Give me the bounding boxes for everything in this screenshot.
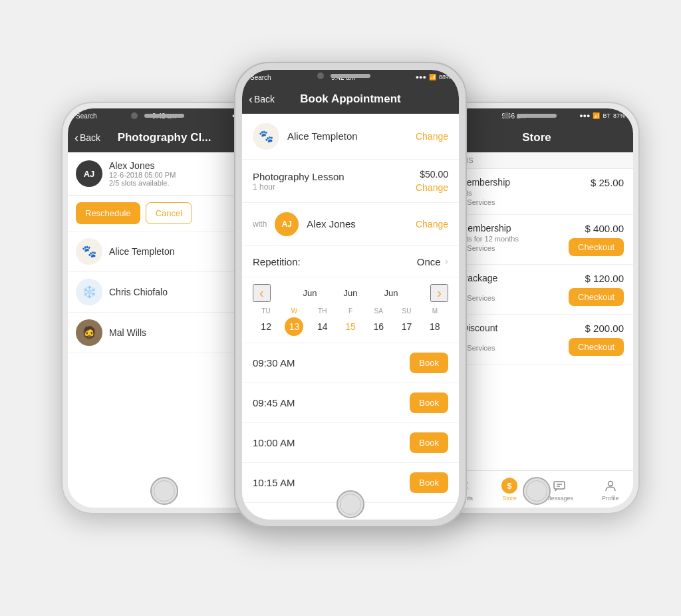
cal-day-17[interactable]: 17 — [398, 317, 416, 336]
phone-home-left[interactable] — [150, 477, 178, 505]
chevron-left-icon: ‹ — [74, 132, 78, 144]
provider-section: with AJ Alex Jones Change — [242, 203, 459, 246]
phone-home-right[interactable] — [523, 477, 551, 505]
back-label-center: Back — [254, 94, 275, 104]
cal-day-name: F — [337, 306, 364, 316]
service-info: Photography Lesson 1 hour — [253, 171, 408, 192]
svg-point-7 — [608, 481, 613, 486]
phone-center: Search 9:42 am ●●● 📶 88% ‹ Back — [234, 62, 467, 528]
phone-camera-center — [317, 73, 324, 79]
checkout-button-2[interactable]: Checkout — [569, 238, 624, 256]
alice-label: Alice Templeton — [287, 130, 358, 142]
store-item-4-right: $ 200.00 Checkout — [569, 323, 624, 356]
book-button-3[interactable]: Book — [410, 432, 448, 453]
list-item[interactable]: 🧔 Mal Wills — [68, 313, 261, 353]
calendar-next-button[interactable]: › — [430, 284, 448, 302]
list-item[interactable]: 🐾 Alice Templeton — [68, 231, 261, 272]
phone-camera-right — [503, 112, 510, 119]
reschedule-button[interactable]: Reschedule — [76, 202, 140, 224]
battery-right: 87% — [613, 112, 625, 119]
time-slot-3: 10:00 AM Book — [242, 423, 459, 463]
store-item-3-right: $ 120.00 Checkout — [569, 273, 624, 306]
time-slot-1: 09:30 AM Book — [242, 343, 459, 383]
cal-day-13[interactable]: 13 — [285, 317, 303, 336]
cal-day-name: W — [281, 306, 307, 316]
time-label-3: 10:00 AM — [253, 437, 295, 448]
service-change-link[interactable]: Change — [416, 182, 448, 193]
store-icon: $ — [501, 478, 517, 494]
store-item-3: ss Package s in All Services $ 120.00 Ch… — [440, 265, 633, 315]
cancel-button[interactable]: Cancel — [146, 202, 192, 224]
book-button-2[interactable]: Book — [410, 392, 448, 413]
tab-messages-label: Messages — [546, 495, 573, 502]
signal-icon-right: ●●● — [579, 112, 590, 119]
appointment-name: Alex Jones — [109, 160, 176, 171]
with-label: with — [253, 220, 267, 229]
time-label-4: 10:15 AM — [253, 477, 295, 488]
cal-day-15[interactable]: 15 — [341, 317, 360, 336]
phone-home-center[interactable] — [337, 490, 364, 518]
cal-day-16[interactable]: 16 — [369, 317, 388, 336]
cal-day-18[interactable]: 18 — [426, 317, 444, 336]
cal-day-12[interactable]: 12 — [257, 317, 275, 336]
calendar-days: TU W TH F SA SU M 12 13 14 15 16 — [253, 306, 448, 336]
tab-profile-label: Profile — [602, 495, 619, 502]
repetition-label: Repetition: — [253, 256, 301, 267]
discount-price: $ 200.00 — [585, 323, 624, 334]
status-search-center: Search — [250, 74, 271, 81]
back-button-center[interactable]: ‹ Back — [249, 93, 275, 105]
nav-title-center: Book Appointment — [300, 92, 400, 106]
alice-name: Alice Templeton — [109, 246, 175, 257]
chevron-right-icon: › — [445, 255, 448, 267]
chris-name: Chris Chiofalo — [109, 287, 168, 297]
tab-store[interactable]: $ Store — [501, 478, 517, 502]
alice-book-avatar: 🐾 — [253, 123, 279, 150]
mal-info: Mal Wills — [109, 327, 146, 338]
cal-day-14[interactable]: 14 — [313, 317, 332, 336]
cal-day-name: M — [422, 306, 448, 316]
store-item-2: th Membership d visits for 12 months in … — [440, 215, 633, 265]
tab-store-label: Store — [502, 495, 517, 502]
chris-info: Chris Chiofalo — [109, 287, 168, 297]
checkout-button-3[interactable]: Checkout — [569, 288, 624, 306]
calendar-section: ‹ Jun Jun Jun › TU W TH F — [242, 277, 459, 343]
repetition-row[interactable]: Repetition: Once › — [242, 246, 459, 277]
chris-avatar: ❄️ — [76, 279, 102, 305]
appointment-slots: 2/5 slots available. — [109, 179, 176, 187]
alice-book-name: Alice Templeton — [287, 130, 408, 142]
cal-month-1: Jun — [303, 288, 317, 298]
calendar-prev-button[interactable]: ‹ — [253, 284, 271, 302]
profile-icon — [603, 478, 618, 494]
appointment-item: AJ Alex Jones 12-6-2018 05:00 PM 2/5 slo… — [68, 152, 261, 196]
avatar-initials: AJ — [84, 169, 95, 179]
nav-title-right: Store — [522, 131, 551, 144]
wifi-icon-center: 📶 — [429, 74, 436, 80]
cal-day-name: SA — [365, 306, 392, 316]
time-label-1: 09:30 AM — [253, 357, 295, 369]
provider-avatar: AJ — [275, 212, 299, 236]
tab-profile[interactable]: Profile — [602, 478, 619, 502]
service-name: Photography Lesson — [253, 171, 408, 182]
status-icons-right: ●●● 📶 BT 87% — [579, 112, 625, 119]
checkout-button-4[interactable]: Checkout — [569, 338, 624, 356]
client-section: 🐾 Alice Templeton Change — [242, 114, 459, 160]
back-button-left[interactable]: ‹ Back — [74, 132, 100, 144]
status-icons-center: ●●● 📶 88% — [416, 74, 451, 80]
client-change-link[interactable]: Change — [416, 131, 448, 142]
list-item[interactable]: ❄️ Chris Chiofalo — [68, 272, 261, 313]
nav-bar-right: Store — [440, 123, 633, 152]
messages-icon — [551, 478, 567, 494]
phone-speaker-center — [331, 74, 370, 78]
provider-name: Alex Jones — [307, 218, 408, 230]
service-price: $50.00 — [420, 169, 448, 180]
time-slot-2: 09:45 AM Book — [242, 383, 459, 423]
phone-speaker-right — [517, 114, 557, 118]
battery-center: 88% — [439, 74, 451, 80]
repetition-value: Once › — [417, 255, 448, 267]
book-button-4[interactable]: Book — [410, 472, 448, 493]
provider-change-link[interactable]: Change — [416, 219, 448, 230]
action-row: Reschedule Cancel — [68, 196, 261, 231]
mal-name: Mal Wills — [109, 327, 146, 338]
appointment-date: 12-6-2018 05:00 PM — [109, 171, 176, 179]
book-button-1[interactable]: Book — [410, 353, 448, 373]
